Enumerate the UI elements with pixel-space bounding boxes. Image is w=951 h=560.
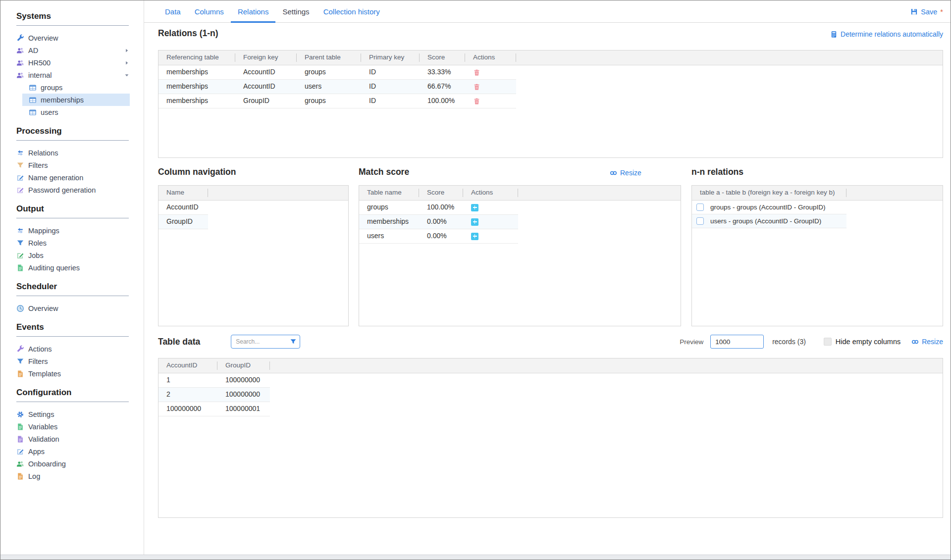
chevron-down-icon[interactable] bbox=[124, 72, 130, 78]
actions-cell bbox=[463, 229, 518, 243]
sidebar-section-rule bbox=[16, 25, 129, 26]
table-row[interactable]: users - groups (AccountID - GroupID) bbox=[692, 214, 846, 228]
table-cell: groups bbox=[359, 201, 419, 214]
table-cell: GroupID bbox=[235, 94, 297, 108]
nn-relation-checkbox[interactable] bbox=[696, 204, 704, 211]
calculator-icon bbox=[830, 31, 838, 38]
search-filter-icon[interactable] bbox=[290, 338, 297, 345]
link-icon bbox=[610, 169, 617, 177]
sidebar-item-memberships[interactable]: memberships bbox=[22, 94, 130, 106]
determine-relations-button[interactable]: Determine relations automatically bbox=[830, 30, 943, 38]
column-header: Foreign key bbox=[235, 51, 297, 65]
column-header: Primary key bbox=[361, 51, 420, 65]
tab-relations[interactable]: Relations bbox=[231, 0, 276, 22]
funnel-icon bbox=[16, 357, 24, 365]
delete-relation-button[interactable] bbox=[473, 83, 480, 91]
table-cell: ID bbox=[361, 80, 420, 94]
tab-collection-history[interactable]: Collection history bbox=[317, 0, 387, 22]
table-row[interactable]: GroupID bbox=[158, 215, 208, 229]
match-resize-button[interactable]: Resize bbox=[610, 169, 641, 177]
sidebar-item-templates[interactable]: Templates bbox=[0, 367, 130, 380]
table-cell: AccountID bbox=[235, 65, 297, 79]
hide-empty-checkbox[interactable] bbox=[824, 338, 832, 346]
sidebar-item-label: Apps bbox=[28, 448, 45, 456]
sidebar-item-label: Filters bbox=[28, 161, 48, 169]
table-row[interactable]: groups100.00% bbox=[359, 201, 518, 215]
preview-label: Preview bbox=[680, 338, 703, 346]
users-icon bbox=[16, 59, 24, 67]
sidebar-item-overview[interactable]: Overview bbox=[0, 302, 130, 314]
table-icon bbox=[29, 84, 37, 92]
relations-section-title: Relations (1-n) bbox=[158, 28, 218, 39]
nn-relation-checkbox[interactable] bbox=[696, 217, 704, 225]
sidebar-item-settings[interactable]: Settings bbox=[0, 408, 130, 420]
sidebar-item-ad[interactable]: AD bbox=[0, 44, 130, 56]
add-match-button[interactable] bbox=[471, 218, 478, 226]
actions-cell bbox=[465, 65, 516, 79]
header-filler bbox=[516, 51, 943, 65]
table-row[interactable]: 1100000000 bbox=[158, 373, 270, 388]
sidebar-item-apps[interactable]: Apps bbox=[0, 445, 130, 458]
sidebar-item-overview[interactable]: Overview bbox=[0, 32, 130, 44]
nn-relations-table: table a - table b (foreign key a - forei… bbox=[691, 185, 943, 326]
sidebar-item-label: Overview bbox=[28, 305, 58, 312]
table-icon bbox=[29, 96, 37, 104]
table-resize-button[interactable]: Resize bbox=[911, 338, 943, 346]
sidebar-item-groups[interactable]: groups bbox=[22, 81, 130, 94]
sidebar-item-relations[interactable]: Relations bbox=[0, 147, 130, 159]
edit-icon bbox=[16, 186, 24, 194]
save-label: Save bbox=[921, 8, 937, 16]
sidebar-item-label: HR500 bbox=[28, 59, 51, 67]
header-filler bbox=[518, 186, 681, 200]
tab-data[interactable]: Data bbox=[158, 0, 188, 22]
preview-input[interactable] bbox=[710, 335, 764, 349]
sidebar-item-label: Auditing queries bbox=[28, 264, 80, 272]
sidebar-item-label: Filters bbox=[28, 357, 48, 365]
sidebar-item-password-generation[interactable]: Password generation bbox=[0, 184, 130, 196]
sidebar-item-filters[interactable]: Filters bbox=[0, 159, 130, 171]
gear-icon bbox=[16, 410, 24, 418]
sidebar-item-hr500[interactable]: HR500 bbox=[0, 56, 130, 69]
sidebar-item-filters[interactable]: Filters bbox=[0, 355, 130, 367]
nn-relation-label: groups - groups (AccountID - GroupID) bbox=[710, 204, 826, 211]
chevron-right-icon[interactable] bbox=[124, 48, 130, 53]
doc-icon bbox=[16, 370, 24, 378]
sidebar-item-actions[interactable]: Actions bbox=[0, 343, 130, 355]
table-row[interactable]: 100000000100000001 bbox=[158, 402, 270, 416]
add-match-button[interactable] bbox=[471, 204, 478, 211]
tab-settings[interactable]: Settings bbox=[275, 0, 316, 22]
table-row[interactable]: membershipsAccountIDusersID66.67% bbox=[158, 80, 516, 94]
match-score-title: Match score bbox=[359, 167, 409, 177]
table-cell: 33.33% bbox=[420, 65, 465, 79]
delete-relation-button[interactable] bbox=[473, 98, 480, 105]
hide-empty-label: Hide empty columns bbox=[836, 338, 900, 346]
table-row[interactable]: 2100000000 bbox=[158, 388, 270, 402]
match-score-table: Table nameScoreActionsgroups100.00%membe… bbox=[359, 185, 681, 326]
save-button[interactable]: Save * bbox=[910, 0, 943, 23]
sidebar-item-variables[interactable]: Variables bbox=[0, 420, 130, 433]
table-header: Name bbox=[158, 186, 348, 201]
sidebar-item-auditing-queries[interactable]: Auditing queries bbox=[0, 261, 130, 274]
table-row[interactable]: membershipsAccountIDgroupsID33.33% bbox=[158, 65, 516, 80]
table-row[interactable]: memberships0.00% bbox=[359, 215, 518, 229]
sidebar-item-roles[interactable]: Roles bbox=[0, 237, 130, 249]
sidebar-item-internal[interactable]: internal bbox=[0, 69, 130, 81]
delete-relation-button[interactable] bbox=[473, 69, 480, 76]
sidebar-item-log[interactable]: Log bbox=[0, 470, 130, 482]
sidebar-item-onboarding[interactable]: Onboarding bbox=[0, 458, 130, 470]
sidebar-item-label: Mappings bbox=[28, 227, 59, 235]
table-row[interactable]: AccountID bbox=[158, 201, 208, 215]
add-match-button[interactable] bbox=[471, 233, 478, 240]
main-content: DataColumnsRelationsSettingsCollection h… bbox=[144, 0, 951, 560]
tab-columns[interactable]: Columns bbox=[188, 0, 231, 22]
chevron-right-icon[interactable] bbox=[124, 60, 130, 66]
sidebar-item-jobs[interactable]: Jobs bbox=[0, 249, 130, 261]
doc-icon bbox=[16, 264, 24, 272]
table-row[interactable]: users0.00% bbox=[359, 229, 518, 244]
sidebar-item-name-generation[interactable]: Name generation bbox=[0, 171, 130, 184]
table-row[interactable]: membershipsGroupIDgroupsID100.00% bbox=[158, 94, 516, 108]
sidebar-item-users[interactable]: users bbox=[22, 106, 130, 118]
table-row[interactable]: groups - groups (AccountID - GroupID) bbox=[692, 201, 846, 214]
sidebar-item-validation[interactable]: Validation bbox=[0, 433, 130, 445]
sidebar-item-mappings[interactable]: Mappings bbox=[0, 224, 130, 237]
